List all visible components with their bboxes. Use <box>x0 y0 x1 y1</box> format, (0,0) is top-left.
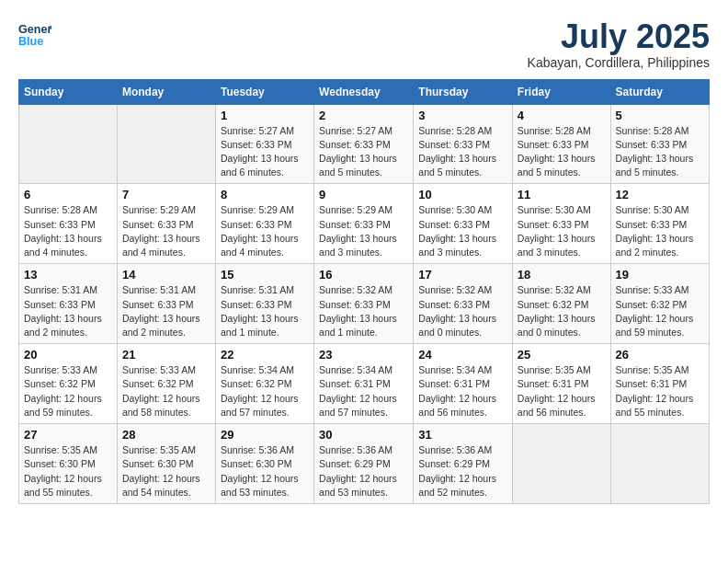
day-info: Sunrise: 5:34 AM Sunset: 6:32 PM Dayligh… <box>221 363 309 419</box>
day-number: 13 <box>24 268 112 282</box>
day-info: Sunrise: 5:27 AM Sunset: 6:33 PM Dayligh… <box>221 124 309 180</box>
day-number: 14 <box>122 268 210 282</box>
calendar-cell: 1Sunrise: 5:27 AM Sunset: 6:33 PM Daylig… <box>215 104 313 184</box>
calendar-cell: 10Sunrise: 5:30 AM Sunset: 6:33 PM Dayli… <box>414 184 513 264</box>
title-block: July 2025 Kabayan, Cordillera, Philippin… <box>528 18 710 70</box>
col-friday: Friday <box>512 79 610 104</box>
calendar-table: Sunday Monday Tuesday Wednesday Thursday… <box>18 79 710 504</box>
calendar-cell: 24Sunrise: 5:34 AM Sunset: 6:31 PM Dayli… <box>414 344 513 424</box>
day-info: Sunrise: 5:35 AM Sunset: 6:30 PM Dayligh… <box>122 443 210 500</box>
day-info: Sunrise: 5:28 AM Sunset: 6:33 PM Dayligh… <box>24 203 112 259</box>
day-number: 10 <box>418 188 507 201</box>
day-info: Sunrise: 5:36 AM Sunset: 6:29 PM Dayligh… <box>319 443 408 500</box>
day-number: 7 <box>122 188 210 201</box>
svg-text:Blue: Blue <box>18 35 43 48</box>
calendar-cell: 3Sunrise: 5:28 AM Sunset: 6:33 PM Daylig… <box>414 104 513 184</box>
calendar-cell: 27Sunrise: 5:35 AM Sunset: 6:30 PM Dayli… <box>19 424 118 504</box>
calendar-cell: 17Sunrise: 5:32 AM Sunset: 6:33 PM Dayli… <box>414 264 513 344</box>
calendar-cell: 18Sunrise: 5:32 AM Sunset: 6:32 PM Dayli… <box>512 264 610 344</box>
calendar-cell: 4Sunrise: 5:28 AM Sunset: 6:33 PM Daylig… <box>512 104 610 184</box>
calendar-cell: 6Sunrise: 5:28 AM Sunset: 6:33 PM Daylig… <box>19 184 118 264</box>
location-subtitle: Kabayan, Cordillera, Philippines <box>528 55 710 70</box>
day-info: Sunrise: 5:34 AM Sunset: 6:31 PM Dayligh… <box>319 363 408 419</box>
day-info: Sunrise: 5:35 AM Sunset: 6:31 PM Dayligh… <box>616 363 704 419</box>
col-wednesday: Wednesday <box>314 79 414 104</box>
col-sunday: Sunday <box>19 79 118 104</box>
day-number: 27 <box>24 428 112 442</box>
day-info: Sunrise: 5:35 AM Sunset: 6:30 PM Dayligh… <box>24 443 112 500</box>
day-number: 26 <box>616 348 704 362</box>
calendar-cell: 9Sunrise: 5:29 AM Sunset: 6:33 PM Daylig… <box>314 184 414 264</box>
day-info: Sunrise: 5:28 AM Sunset: 6:33 PM Dayligh… <box>616 124 704 180</box>
logo: General Blue <box>18 18 51 52</box>
day-number: 1 <box>221 109 309 122</box>
calendar-cell: 5Sunrise: 5:28 AM Sunset: 6:33 PM Daylig… <box>610 104 709 184</box>
day-info: Sunrise: 5:36 AM Sunset: 6:30 PM Dayligh… <box>221 443 309 500</box>
day-number: 20 <box>24 348 112 362</box>
col-saturday: Saturday <box>610 79 709 104</box>
day-info: Sunrise: 5:31 AM Sunset: 6:33 PM Dayligh… <box>221 283 309 339</box>
header-row: Sunday Monday Tuesday Wednesday Thursday… <box>19 79 710 104</box>
calendar-cell <box>610 424 709 504</box>
day-number: 3 <box>418 109 507 122</box>
day-number: 30 <box>319 428 408 442</box>
day-number: 2 <box>319 109 408 122</box>
calendar-cell <box>19 104 118 184</box>
calendar-cell: 25Sunrise: 5:35 AM Sunset: 6:31 PM Dayli… <box>512 344 610 424</box>
calendar-cell: 26Sunrise: 5:35 AM Sunset: 6:31 PM Dayli… <box>610 344 709 424</box>
day-info: Sunrise: 5:29 AM Sunset: 6:33 PM Dayligh… <box>122 203 210 259</box>
day-info: Sunrise: 5:29 AM Sunset: 6:33 PM Dayligh… <box>319 203 408 259</box>
calendar-cell: 23Sunrise: 5:34 AM Sunset: 6:31 PM Dayli… <box>314 344 414 424</box>
day-number: 21 <box>122 348 210 362</box>
calendar-cell: 28Sunrise: 5:35 AM Sunset: 6:30 PM Dayli… <box>117 424 215 504</box>
day-info: Sunrise: 5:28 AM Sunset: 6:33 PM Dayligh… <box>418 124 507 180</box>
calendar-cell: 22Sunrise: 5:34 AM Sunset: 6:32 PM Dayli… <box>215 344 313 424</box>
day-number: 25 <box>518 348 606 362</box>
col-thursday: Thursday <box>414 79 513 104</box>
calendar-cell: 7Sunrise: 5:29 AM Sunset: 6:33 PM Daylig… <box>117 184 215 264</box>
calendar-cell <box>512 424 610 504</box>
day-info: Sunrise: 5:32 AM Sunset: 6:33 PM Dayligh… <box>418 283 507 339</box>
col-monday: Monday <box>117 79 215 104</box>
calendar-cell: 12Sunrise: 5:30 AM Sunset: 6:33 PM Dayli… <box>610 184 709 264</box>
day-number: 18 <box>518 268 606 282</box>
day-number: 4 <box>518 109 606 122</box>
day-number: 8 <box>221 188 309 201</box>
day-number: 5 <box>616 109 704 122</box>
calendar-week-1: 1Sunrise: 5:27 AM Sunset: 6:33 PM Daylig… <box>19 104 710 184</box>
day-number: 11 <box>518 188 606 201</box>
calendar-cell: 21Sunrise: 5:33 AM Sunset: 6:32 PM Dayli… <box>117 344 215 424</box>
calendar-week-5: 27Sunrise: 5:35 AM Sunset: 6:30 PM Dayli… <box>19 424 710 504</box>
calendar-cell: 15Sunrise: 5:31 AM Sunset: 6:33 PM Dayli… <box>215 264 313 344</box>
day-number: 16 <box>319 268 408 282</box>
day-info: Sunrise: 5:31 AM Sunset: 6:33 PM Dayligh… <box>122 283 210 339</box>
day-info: Sunrise: 5:31 AM Sunset: 6:33 PM Dayligh… <box>24 283 112 339</box>
calendar-cell <box>117 104 215 184</box>
calendar-cell: 29Sunrise: 5:36 AM Sunset: 6:30 PM Dayli… <box>215 424 313 504</box>
calendar-cell: 20Sunrise: 5:33 AM Sunset: 6:32 PM Dayli… <box>19 344 118 424</box>
day-info: Sunrise: 5:28 AM Sunset: 6:33 PM Dayligh… <box>518 124 606 180</box>
logo-icon: General Blue <box>18 18 51 52</box>
day-number: 9 <box>319 188 408 201</box>
day-number: 17 <box>418 268 507 282</box>
calendar-cell: 2Sunrise: 5:27 AM Sunset: 6:33 PM Daylig… <box>314 104 414 184</box>
day-number: 24 <box>418 348 507 362</box>
day-number: 12 <box>616 188 704 201</box>
calendar-cell: 16Sunrise: 5:32 AM Sunset: 6:33 PM Dayli… <box>314 264 414 344</box>
col-tuesday: Tuesday <box>215 79 313 104</box>
day-number: 15 <box>221 268 309 282</box>
day-number: 29 <box>221 428 309 442</box>
month-title: July 2025 <box>528 18 710 55</box>
day-info: Sunrise: 5:32 AM Sunset: 6:32 PM Dayligh… <box>518 283 606 339</box>
day-info: Sunrise: 5:30 AM Sunset: 6:33 PM Dayligh… <box>518 203 606 259</box>
calendar-cell: 31Sunrise: 5:36 AM Sunset: 6:29 PM Dayli… <box>414 424 513 504</box>
calendar-week-3: 13Sunrise: 5:31 AM Sunset: 6:33 PM Dayli… <box>19 264 710 344</box>
page-header: General Blue July 2025 Kabayan, Cordille… <box>18 18 710 70</box>
calendar-cell: 8Sunrise: 5:29 AM Sunset: 6:33 PM Daylig… <box>215 184 313 264</box>
day-number: 6 <box>24 188 112 201</box>
day-info: Sunrise: 5:36 AM Sunset: 6:29 PM Dayligh… <box>418 443 507 500</box>
day-number: 19 <box>616 268 704 282</box>
calendar-week-2: 6Sunrise: 5:28 AM Sunset: 6:33 PM Daylig… <box>19 184 710 264</box>
day-info: Sunrise: 5:32 AM Sunset: 6:33 PM Dayligh… <box>319 283 408 339</box>
calendar-cell: 14Sunrise: 5:31 AM Sunset: 6:33 PM Dayli… <box>117 264 215 344</box>
